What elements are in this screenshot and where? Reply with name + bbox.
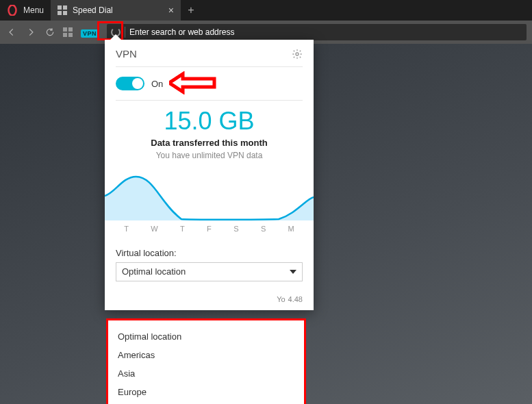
speed-dial-button[interactable] (63, 27, 73, 37)
popover-caret (110, 34, 121, 40)
vpn-badge[interactable]: VPN (81, 29, 99, 38)
titlebar: Menu Speed Dial × + (0, 0, 532, 21)
location-option[interactable]: Americas (108, 346, 304, 364)
data-amount: 15.0 GB (116, 108, 303, 135)
data-label: Data transferred this month (116, 138, 303, 148)
vpn-popover: VPN On 15.0 GB Data transferred this mon… (105, 40, 314, 310)
back-button[interactable] (5, 26, 18, 38)
vpn-title: VPN (116, 48, 137, 60)
close-icon[interactable]: × (168, 5, 174, 15)
address-bar[interactable] (107, 24, 527, 40)
gear-icon[interactable] (292, 49, 303, 60)
menu-label: Menu (23, 5, 44, 15)
svg-marker-2 (169, 74, 214, 92)
chevron-down-icon (290, 270, 296, 274)
svg-point-1 (296, 53, 299, 55)
tab-speed-dial[interactable]: Speed Dial × (51, 0, 181, 21)
opera-icon (7, 5, 18, 16)
menu-button[interactable]: Menu (0, 0, 51, 21)
location-option[interactable]: Optimal location (108, 327, 304, 346)
data-sublabel: You have unlimited VPN data (116, 151, 303, 160)
new-tab-button[interactable]: + (181, 0, 201, 21)
forward-button[interactable] (25, 26, 37, 38)
location-select[interactable]: Optimal location (116, 262, 303, 281)
location-option[interactable]: Asia (108, 364, 304, 383)
reload-button[interactable] (44, 26, 56, 38)
svg-point-0 (9, 5, 16, 16)
vpn-toggle[interactable] (116, 77, 144, 90)
location-selected: Optimal location (122, 266, 186, 277)
vpn-toggle-label: On (151, 79, 163, 89)
speed-dial-icon (58, 5, 67, 15)
annotation-arrow (169, 71, 217, 94)
location-label: Virtual location: (116, 248, 303, 258)
tab-title: Speed Dial (73, 5, 113, 15)
usage-chart: T W T F S S M (105, 166, 314, 241)
ip-address: Yo4.48 (105, 295, 314, 310)
chart-axis: T W T F S S M (105, 220, 314, 233)
location-dropdown: Optimal location Americas Asia Europe (106, 318, 306, 404)
location-option[interactable]: Europe (108, 383, 304, 401)
address-input[interactable] (129, 27, 522, 37)
